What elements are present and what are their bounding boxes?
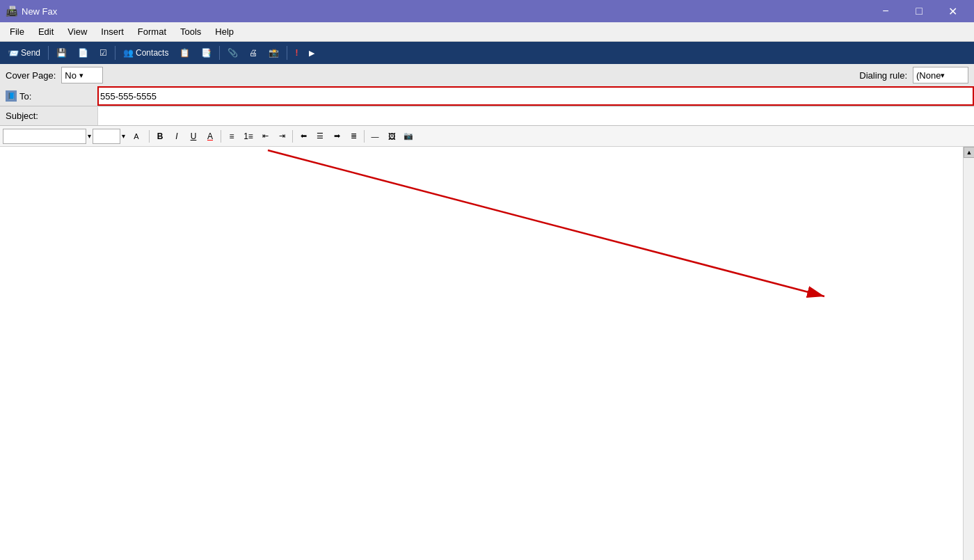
font-family-input[interactable] bbox=[3, 129, 86, 144]
icon-5: 📸 bbox=[269, 48, 279, 58]
page-icon: 📄 bbox=[78, 48, 88, 58]
title-bar: 📠 New Fax − □ ✕ bbox=[0, 0, 974, 22]
icon-3: 📎 bbox=[227, 48, 238, 58]
italic-icon: I bbox=[175, 131, 177, 141]
align-right-icon: ➡ bbox=[334, 131, 340, 141]
title-bar-left: 📠 New Fax bbox=[6, 6, 57, 17]
underline-icon: U bbox=[191, 131, 197, 141]
bold-button[interactable]: B bbox=[152, 129, 168, 144]
maximize-button[interactable]: □ bbox=[903, 0, 935, 22]
increase-indent-icon: ⇥ bbox=[279, 131, 285, 141]
contacts-button[interactable]: 👥 Contacts bbox=[118, 44, 173, 62]
hr-icon: — bbox=[372, 132, 379, 141]
contacts-icon: 👥 bbox=[123, 48, 134, 58]
send-button[interactable]: 📨 Send bbox=[3, 44, 45, 62]
bullet-list-icon: ≡ bbox=[229, 131, 234, 141]
minimize-button[interactable]: − bbox=[870, 0, 902, 22]
insert-image-button[interactable]: 🖼 bbox=[384, 129, 399, 144]
toolbar-icon-5[interactable]: 📸 bbox=[264, 44, 284, 62]
bold-icon: B bbox=[157, 131, 163, 141]
cover-page-select[interactable]: No ▾ bbox=[61, 67, 103, 83]
decrease-indent-icon: ⇤ bbox=[262, 131, 269, 141]
content-area: ▲ ▼ ◀ ▶ bbox=[0, 147, 974, 560]
to-book-icon: 📘 bbox=[6, 90, 17, 102]
increase-indent-button[interactable]: ⇥ bbox=[274, 129, 289, 144]
icon-1: 📋 bbox=[179, 48, 190, 58]
save-button[interactable]: 💾 bbox=[51, 44, 72, 62]
justify-icon: ≣ bbox=[351, 131, 357, 141]
style-icon: A bbox=[134, 132, 138, 141]
toolbar-sep-2 bbox=[115, 46, 115, 60]
align-center-icon: ☰ bbox=[317, 131, 324, 141]
cover-page-value: No bbox=[65, 70, 77, 81]
format-toolbar: ▾ ▾ A B I U A ≡ 1≡ ⇤ ⇥ ⬅ ☰ ➡ ≣ bbox=[0, 126, 974, 147]
style-select-button[interactable]: A bbox=[127, 129, 146, 144]
align-left-icon: ⬅ bbox=[301, 131, 307, 141]
toolbar-icon-3[interactable]: 📎 bbox=[223, 44, 243, 62]
exclamation-button[interactable]: ! bbox=[290, 44, 303, 62]
menu-format[interactable]: Format bbox=[131, 24, 173, 40]
menu-edit[interactable]: Edit bbox=[31, 24, 61, 40]
subject-input[interactable] bbox=[97, 107, 974, 125]
toolbar-sep-1 bbox=[48, 46, 49, 60]
decrease-indent-button[interactable]: ⇤ bbox=[257, 129, 273, 144]
scroll-up-button[interactable]: ▲ bbox=[964, 147, 974, 158]
font-size-input[interactable] bbox=[93, 129, 120, 144]
page-button[interactable]: 📄 bbox=[73, 44, 93, 62]
fmt-sep-3 bbox=[292, 130, 293, 143]
toolbar-icon-4[interactable]: 🖨 bbox=[244, 44, 262, 62]
arrow-icon: ▶ bbox=[309, 49, 314, 58]
fmt-sep-4 bbox=[364, 130, 365, 143]
arrow-button[interactable]: ▶ bbox=[304, 44, 319, 62]
dialing-rule-select[interactable]: (None ▾ bbox=[913, 67, 968, 83]
check-button[interactable]: ☑ bbox=[95, 44, 112, 62]
menu-file[interactable]: File bbox=[3, 24, 31, 40]
align-right-button[interactable]: ➡ bbox=[329, 129, 344, 144]
save-icon: 💾 bbox=[56, 48, 67, 58]
insert-image-icon: 🖼 bbox=[388, 132, 396, 141]
scroll-track bbox=[964, 158, 974, 560]
to-input[interactable] bbox=[99, 91, 973, 102]
italic-button[interactable]: I bbox=[169, 129, 184, 144]
fmt-sep-1 bbox=[149, 130, 150, 143]
cover-page-row: Cover Page: No ▾ Dialing rule: (None ▾ bbox=[0, 64, 974, 86]
align-center-button[interactable]: ☰ bbox=[312, 129, 328, 144]
menu-tools[interactable]: Tools bbox=[173, 24, 208, 40]
menu-view[interactable]: View bbox=[61, 24, 94, 40]
toolbar-sep-4 bbox=[287, 46, 287, 60]
title-bar-controls: − □ ✕ bbox=[870, 0, 968, 22]
send-label: Send bbox=[21, 48, 40, 58]
menu-insert[interactable]: Insert bbox=[94, 24, 131, 40]
main-toolbar: 📨 Send 💾 📄 ☑ 👥 Contacts 📋 📑 📎 🖨 📸 ! ▶ bbox=[0, 42, 974, 64]
dialing-rule-value: (None bbox=[916, 70, 941, 81]
bullet-list-button[interactable]: ≡ bbox=[224, 129, 239, 144]
hr-button[interactable]: — bbox=[367, 129, 383, 144]
insert-photo-button[interactable]: 📷 bbox=[401, 129, 416, 144]
fmt-sep-2 bbox=[221, 130, 221, 143]
to-input-wrapper bbox=[97, 86, 974, 106]
numbered-list-icon: 1≡ bbox=[244, 131, 253, 141]
toolbar-icon-2[interactable]: 📑 bbox=[196, 44, 216, 62]
menu-help[interactable]: Help bbox=[208, 24, 241, 40]
window-title: New Fax bbox=[22, 6, 57, 17]
toolbar-icon-1[interactable]: 📋 bbox=[175, 44, 195, 62]
font-color-icon: A bbox=[207, 131, 213, 141]
dialing-rule-section: Dialing rule: (None ▾ bbox=[859, 67, 968, 83]
underline-button[interactable]: U bbox=[186, 129, 201, 144]
to-field-row: 📘 To: bbox=[0, 86, 974, 106]
check-icon: ☑ bbox=[99, 48, 107, 58]
close-button[interactable]: ✕ bbox=[936, 0, 968, 22]
vertical-scrollbar: ▲ ▼ bbox=[963, 147, 974, 560]
annotation-arrow bbox=[0, 147, 974, 560]
exclamation-icon: ! bbox=[295, 48, 298, 58]
align-left-button[interactable]: ⬅ bbox=[296, 129, 311, 144]
numbered-list-button[interactable]: 1≡ bbox=[241, 129, 256, 144]
dialing-rule-label: Dialing rule: bbox=[859, 70, 907, 81]
justify-button[interactable]: ≣ bbox=[346, 129, 361, 144]
icon-4: 🖨 bbox=[249, 48, 257, 58]
icon-2: 📑 bbox=[201, 48, 211, 58]
menu-bar: File Edit View Insert Format Tools Help bbox=[0, 22, 974, 42]
font-color-button[interactable]: A bbox=[202, 129, 218, 144]
font-family-dropdown-icon: ▾ bbox=[88, 132, 91, 140]
send-icon: 📨 bbox=[8, 48, 19, 58]
